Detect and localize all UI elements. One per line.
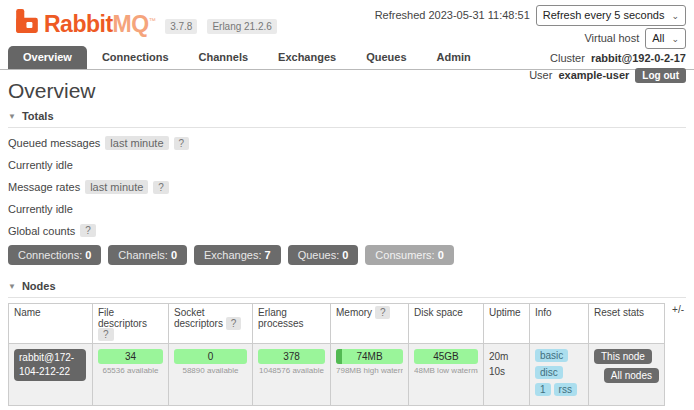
top-bar: RabbitMQ™ 3.7.8 Erlang 21.2.6 Refreshed … <box>0 0 694 70</box>
col-header-socket-descriptors: Socket descriptors ? <box>169 304 253 344</box>
queued-help-icon[interactable]: ? <box>174 137 190 150</box>
brand-wordmark: RabbitMQ™ <box>44 13 155 36</box>
nodes-section: ▼ Nodes Name File descriptors ? Socket d… <box>8 277 686 410</box>
reset-this-node-button[interactable]: This node <box>594 349 652 364</box>
erlang-processes-meter: 378 <box>258 349 325 364</box>
col-header-uptime: Uptime <box>484 304 530 344</box>
connections-count-value: 0 <box>85 249 91 261</box>
disk-space-note: 48MB low watermark <box>414 366 478 375</box>
nodes-table: Name File descriptors ? Socket descripto… <box>8 303 665 406</box>
info-cell: basicdisc 1rss <box>530 344 589 406</box>
nodes-section-title: Nodes <box>22 280 56 292</box>
erlang-processes-note: 1048576 available <box>258 366 325 375</box>
queued-messages-label: Queued messages <box>8 137 100 149</box>
tab-bar: Overview Connections Channels Exchanges … <box>8 46 486 69</box>
tab-connections[interactable]: Connections <box>87 46 184 69</box>
tab-queues[interactable]: Queues <box>351 46 421 69</box>
tab-channels[interactable]: Channels <box>184 46 264 69</box>
nodes-table-header-row: Name File descriptors ? Socket descripto… <box>9 304 665 344</box>
col-header-info: Info <box>530 304 589 344</box>
message-rates-label: Message rates <box>8 181 80 193</box>
rates-rate-mode-badge[interactable]: last minute <box>85 180 148 194</box>
main-content: Overview ▼ Totals Queued messages last m… <box>0 79 694 410</box>
refresh-interval-select[interactable]: Refresh every 5 seconds ⌄ <box>536 5 686 26</box>
erlang-version-badge: Erlang 21.2.6 <box>207 19 277 34</box>
reset-stats-cell: This node All nodes <box>589 344 665 406</box>
user-label: User <box>529 68 552 83</box>
rates-idle-status: Currently idle <box>8 203 686 215</box>
consumers-count-value: 0 <box>438 249 444 261</box>
exchanges-count-value: 7 <box>265 249 271 261</box>
global-counts-badges: Connections:0 Channels:0 Exchanges:7 Que… <box>8 245 686 265</box>
col-header-name: Name <box>9 304 93 344</box>
totals-section-title: Totals <box>22 110 54 122</box>
brand-rabbit-text: Rabbit <box>44 11 113 37</box>
rabbitmq-logo[interactable]: RabbitMQ™ <box>14 8 155 36</box>
fd-help-icon[interactable]: ? <box>98 328 114 341</box>
queued-idle-status: Currently idle <box>8 159 686 171</box>
virtual-host-label: Virtual host <box>584 31 639 46</box>
totals-section-header[interactable]: ▼ Totals <box>8 107 686 128</box>
memory-meter: 74MB <box>336 349 403 364</box>
consumers-count-badge: Consumers:0 <box>365 245 453 265</box>
memory-note: 798MB high watermark <box>336 366 403 375</box>
tab-exchanges[interactable]: Exchanges <box>263 46 351 69</box>
connections-count-label: Connections: <box>18 249 82 261</box>
disk-space-cell: 45GB 48MB low watermark <box>409 344 484 406</box>
col-header-memory: Memory ? <box>331 304 409 344</box>
logout-button[interactable]: Log out <box>635 68 686 83</box>
connections-count-badge: Connections:0 <box>8 245 101 265</box>
refresh-row: Refreshed 2023-05-31 11:48:51 Refresh ev… <box>375 5 686 26</box>
reset-all-nodes-button[interactable]: All nodes <box>604 368 659 383</box>
queues-count-label: Queues: <box>298 249 340 261</box>
sd-help-icon[interactable]: ? <box>226 317 242 330</box>
memory-cell: 74MB 798MB high watermark <box>331 344 409 406</box>
header-status-area: Refreshed 2023-05-31 11:48:51 Refresh ev… <box>375 5 686 85</box>
info-badge-basic: basic <box>535 349 568 362</box>
rates-help-icon[interactable]: ? <box>153 181 169 194</box>
file-descriptors-cell: 34 65536 available <box>93 344 169 406</box>
user-row: User example-user Log out <box>375 68 686 83</box>
socket-descriptors-note: 58890 available <box>174 366 247 375</box>
tab-overview[interactable]: Overview <box>8 46 87 69</box>
file-descriptors-meter: 34 <box>98 349 163 364</box>
cluster-name: rabbit@192-0-2-17 <box>591 51 686 66</box>
disk-space-meter: 45GB <box>414 349 478 364</box>
virtual-host-select[interactable]: All ⌄ <box>645 28 686 49</box>
memory-help-icon[interactable]: ? <box>375 306 391 319</box>
chevron-down-icon: ⌄ <box>671 36 679 42</box>
trademark-symbol: ™ <box>149 17 156 24</box>
rabbitmq-version-badge: 3.7.8 <box>165 19 197 34</box>
exchanges-count-label: Exchanges: <box>204 249 261 261</box>
node-name-cell: rabbit@172-104-212-22 <box>9 344 93 406</box>
nodes-table-wrap: Name File descriptors ? Socket descripto… <box>8 303 686 406</box>
queues-count-value: 0 <box>342 249 348 261</box>
col-header-disk-space: Disk space <box>409 304 484 344</box>
channels-count-label: Channels: <box>118 249 168 261</box>
nodes-section-header[interactable]: ▼ Nodes <box>8 277 686 298</box>
cluster-label: Cluster <box>550 51 585 66</box>
refresh-interval-value: Refresh every 5 seconds <box>543 8 665 23</box>
column-toggle-button[interactable]: +/- <box>672 304 684 315</box>
info-badge-rss: rss <box>554 383 577 396</box>
virtual-host-value: All <box>652 31 664 46</box>
tab-admin[interactable]: Admin <box>422 46 486 69</box>
global-counts-label: Global counts <box>8 225 75 237</box>
user-name: example-user <box>558 68 629 83</box>
global-counts-help-icon[interactable]: ? <box>80 224 96 237</box>
queues-count-badge: Queues:0 <box>288 245 359 265</box>
file-descriptors-note: 65536 available <box>98 366 163 375</box>
socket-descriptors-meter: 0 <box>174 349 247 364</box>
channels-count-badge: Channels:0 <box>108 245 187 265</box>
uptime-cell: 20m 10s <box>484 344 530 406</box>
chevron-down-icon: ⌄ <box>671 13 679 19</box>
refreshed-timestamp: Refreshed 2023-05-31 11:48:51 <box>375 8 530 23</box>
message-rates-row: Message rates last minute ? <box>8 180 686 194</box>
queued-messages-row: Queued messages last minute ? <box>8 136 686 150</box>
queued-rate-mode-badge[interactable]: last minute <box>105 136 168 150</box>
brand-mq-text: MQ <box>113 11 149 37</box>
info-badge-disc: disc <box>535 366 563 379</box>
collapse-triangle-icon: ▼ <box>8 282 16 291</box>
node-name-badge: rabbit@172-104-212-22 <box>14 349 86 381</box>
col-header-file-descriptors: File descriptors ? <box>93 304 169 344</box>
